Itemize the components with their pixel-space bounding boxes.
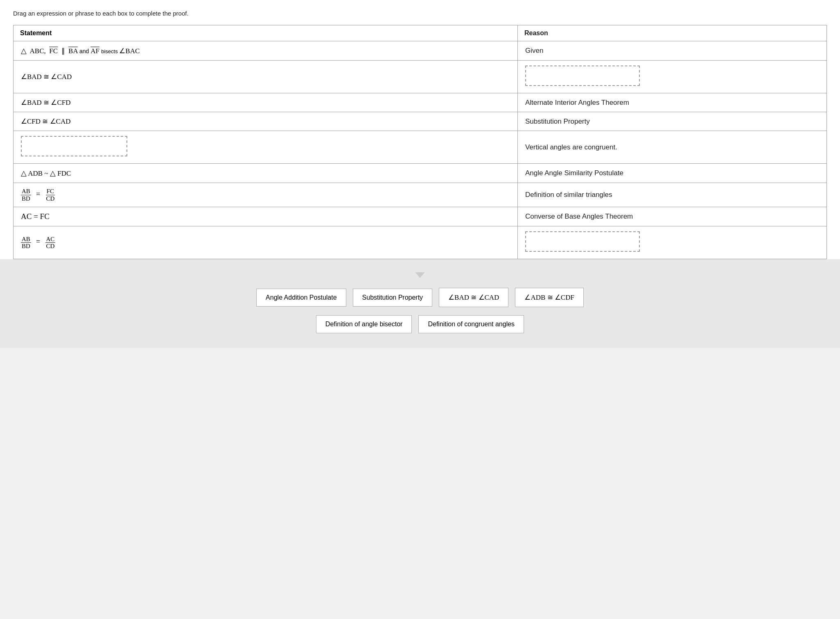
statement-1-text: ABC, bbox=[30, 47, 46, 55]
bisects-text: bisects bbox=[101, 48, 119, 54]
reason-cell-7: Definition of similar triangles bbox=[517, 183, 826, 207]
triangle-sym-6a: △ bbox=[21, 169, 27, 177]
frac-den-cd-2: CD bbox=[45, 243, 56, 250]
ba-bar: BA bbox=[68, 47, 78, 55]
reason-cell-1: Given bbox=[517, 41, 826, 61]
reason-text-1: Given bbox=[525, 47, 543, 54]
statement-cell-5 bbox=[14, 131, 518, 164]
table-row: △ ABC, FC ∥ BA and AF bisects ∠BAC Given bbox=[14, 41, 827, 61]
frac-den-bd: BD bbox=[21, 195, 31, 202]
drag-item-adb-cong-cdf[interactable]: ∠ADB ≅ ∠CDF bbox=[515, 288, 583, 307]
statement-3-angles: ∠BAD ≅ ∠CFD bbox=[21, 99, 70, 106]
frac-num-ab-2: AB bbox=[21, 236, 31, 243]
drag-item-def-cong-angles[interactable]: Definition of congruent angles bbox=[418, 315, 524, 333]
reason-cell-4: Substitution Property bbox=[517, 112, 826, 131]
reason-cell-3: Alternate Interior Angles Theorem bbox=[517, 93, 826, 112]
reason-dropzone-9[interactable] bbox=[525, 231, 640, 252]
statement-8-eq: AC = FC bbox=[21, 212, 50, 221]
eq-sign-7: = bbox=[36, 190, 40, 198]
fc-bar: FC bbox=[49, 47, 58, 55]
frac-ab-bd: AB BD bbox=[21, 188, 31, 202]
statement-cell-8: AC = FC bbox=[14, 207, 518, 226]
instructions: Drag an expression or phrase to each box… bbox=[13, 10, 827, 17]
table-row: ∠BAD ≅ ∠CAD bbox=[14, 61, 827, 93]
drag-item-bad-cong-cad[interactable]: ∠BAD ≅ ∠CAD bbox=[439, 288, 508, 307]
page-container: Drag an expression or phrase to each box… bbox=[0, 0, 840, 259]
frac-ac-cd: AC CD bbox=[45, 236, 56, 250]
table-row: AB BD = AC CD bbox=[14, 226, 827, 259]
statement-cell-2: ∠BAD ≅ ∠CAD bbox=[14, 61, 518, 93]
table-row: ∠CFD ≅ ∠CAD Substitution Property bbox=[14, 112, 827, 131]
frac-fc-cd: FC CD bbox=[45, 188, 56, 202]
statement-cell-7: AB BD = FC CD bbox=[14, 183, 518, 207]
table-row: Vertical angles are congruent. bbox=[14, 131, 827, 164]
af-bar: AF bbox=[90, 47, 99, 55]
drag-item-substitution[interactable]: Substitution Property bbox=[353, 289, 433, 307]
reason-cell-6: Angle Angle Similarity Postulate bbox=[517, 164, 826, 183]
statement-2-angles: ∠BAD ≅ ∠CAD bbox=[21, 73, 72, 81]
statement-4-angles: ∠CFD ≅ ∠CAD bbox=[21, 117, 70, 125]
frac-num-fc: FC bbox=[46, 188, 55, 195]
angle-bac: ∠BAC bbox=[119, 47, 140, 55]
drag-item-angle-addition[interactable]: Angle Addition Postulate bbox=[256, 289, 346, 307]
triangle-icon-1: △ bbox=[21, 47, 27, 55]
reason-cell-9 bbox=[517, 226, 826, 259]
table-row: AC = FC Converse of Base Angles Theorem bbox=[14, 207, 827, 226]
triangle-sym-6b: △ bbox=[50, 169, 56, 177]
statement-cell-3: ∠BAD ≅ ∠CFD bbox=[14, 93, 518, 112]
frac-ab-bd-2: AB BD bbox=[21, 236, 31, 250]
col-header-reason: Reason bbox=[517, 25, 826, 41]
proof-table: Statement Reason △ ABC, FC ∥ BA and AF b… bbox=[13, 25, 827, 259]
sim-sym-6: ~ bbox=[44, 169, 48, 177]
drag-area: Angle Addition Postulate Substitution Pr… bbox=[0, 259, 840, 348]
reason-cell-2 bbox=[517, 61, 826, 93]
and-text: and bbox=[79, 48, 90, 54]
drag-area-arrow bbox=[415, 272, 425, 278]
statement-cell-4: ∠CFD ≅ ∠CAD bbox=[14, 112, 518, 131]
statement-cell-6: △ ADB ~ △ FDC bbox=[14, 164, 518, 183]
table-row: AB BD = FC CD Definition of similar tria… bbox=[14, 183, 827, 207]
parallel-sym: ∥ bbox=[61, 47, 65, 55]
drag-item-def-angle-bisector[interactable]: Definition of angle bisector bbox=[316, 315, 412, 333]
drag-row-2: Definition of angle bisector Definition … bbox=[316, 315, 524, 333]
reason-cell-8: Converse of Base Angles Theorem bbox=[517, 207, 826, 226]
eq-sign-9: = bbox=[36, 237, 40, 246]
frac-num-ac: AC bbox=[45, 236, 56, 243]
reason-dropzone-2[interactable] bbox=[525, 66, 640, 86]
table-row: △ ADB ~ △ FDC Angle Angle Similarity Pos… bbox=[14, 164, 827, 183]
statement-cell-1: △ ABC, FC ∥ BA and AF bisects ∠BAC bbox=[14, 41, 518, 61]
statement-dropzone-5[interactable] bbox=[21, 136, 127, 156]
statement-6-text1: ADB bbox=[28, 169, 44, 177]
drag-row-1: Angle Addition Postulate Substitution Pr… bbox=[256, 288, 584, 307]
statement-6-text2: FDC bbox=[57, 169, 71, 177]
statement-cell-9: AB BD = AC CD bbox=[14, 226, 518, 259]
frac-num-ab: AB bbox=[21, 188, 31, 195]
table-row: ∠BAD ≅ ∠CFD Alternate Interior Angles Th… bbox=[14, 93, 827, 112]
reason-cell-5: Vertical angles are congruent. bbox=[517, 131, 826, 164]
frac-den-bd-2: BD bbox=[21, 243, 31, 250]
col-header-statement: Statement bbox=[14, 25, 518, 41]
frac-den-cd: CD bbox=[45, 195, 56, 202]
